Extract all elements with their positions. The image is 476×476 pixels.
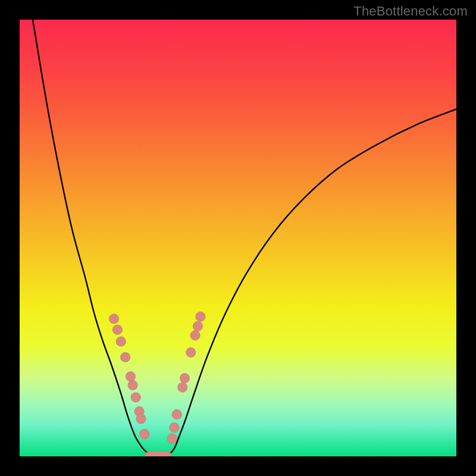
dot-left	[112, 325, 122, 334]
dot-left	[109, 314, 118, 324]
dot-left	[128, 380, 137, 390]
dot-right	[172, 409, 181, 419]
dot-left	[131, 393, 140, 402]
chart-stage: TheBottleneck.com	[0, 0, 476, 476]
dot-right	[178, 383, 187, 392]
watermark-text: TheBottleneck.com	[353, 4, 468, 19]
dot-right	[170, 422, 179, 432]
dot-left	[126, 371, 135, 381]
dot-right	[193, 321, 202, 331]
dot-right	[186, 347, 196, 357]
dot-right	[196, 312, 205, 321]
dot-right	[180, 373, 189, 383]
dot-left	[116, 337, 126, 346]
dot-left	[140, 429, 149, 439]
dot-right	[167, 434, 177, 443]
dot-left	[120, 352, 130, 362]
dot-left	[136, 414, 146, 424]
chart-svg	[0, 0, 476, 476]
gradient-plot-area	[20, 20, 456, 456]
dot-right	[190, 330, 200, 340]
